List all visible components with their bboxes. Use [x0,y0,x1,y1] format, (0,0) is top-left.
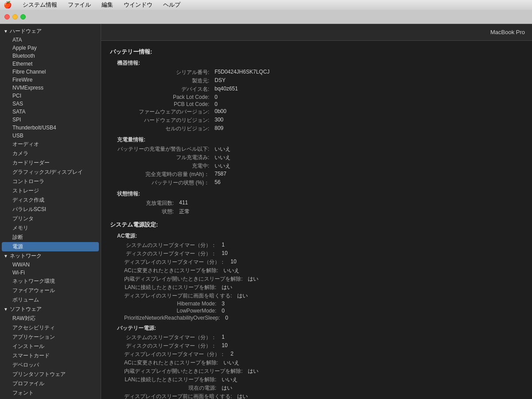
menu-window[interactable]: ウインドウ [122,1,154,9]
serial-row: シリアル番号: F5D0424JH6SK7LQCJ [117,69,523,76]
sidebar-item-storage[interactable]: ストレージ [0,186,101,196]
menu-system-info[interactable]: システム情報 [21,1,59,9]
device-info-subtitle: 機器情報: [110,59,523,67]
bat-system-sleep-label: システムのスリープタイマー（分）： [124,334,222,341]
bat-display-sleep-label: ディスプレイのスリープタイマー（分）： [124,351,231,358]
bat-disk-sleep-row: ディスクのスリープタイマー（分）： 10 [124,342,523,350]
charge-info-subtitle: 充電量情報: [110,136,523,144]
pcb-lot-row: PCB Lot Code: 0 [117,101,523,107]
sidebar-item-thunderbolt[interactable]: Thunderbolt/USB4 [0,124,101,132]
bat-wake-on-lid-row: 内蔵ディスプレイが開いたときにスリープを解除: はい [124,368,523,375]
sidebar-item-audio[interactable]: オーディオ [0,140,101,149]
sidebar-item-graphics[interactable]: グラフィックス/ディスプレイ [0,168,101,177]
sidebar-item-disk-create[interactable]: ディスク作成 [0,196,101,205]
sidebar-item-ata[interactable]: ATA [0,36,101,44]
sidebar-item-power[interactable]: 電源 [2,242,99,251]
sidebar-item-applications[interactable]: アプリケーション [0,332,101,342]
menu-file[interactable]: ファイル [66,1,93,9]
sidebar-item-pci[interactable]: PCI [0,92,101,100]
ac-wake-on-lan-label: LANに接続したときにスリープを解除: [124,284,222,291]
software-chevron: ▼ [4,307,8,312]
sidebar-item-ethernet[interactable]: Ethernet [0,60,101,68]
sidebar-item-sas[interactable]: SAS [0,100,101,108]
bat-wake-on-ac-label: ACに変更されたときにスリープを解除: [124,359,223,367]
ac-hibernate-mode-value: 3 [222,301,225,307]
manufacturer-label: 製造元: [117,77,215,85]
sidebar-item-wifi[interactable]: Wi-Fi [0,269,101,277]
sidebar-item-accessibility[interactable]: アクセシビリティ [0,323,101,332]
ac-wake-on-lid-row: 内蔵ディスプレイが開いたときにスリープを解除: はい [124,275,523,283]
maximize-button[interactable] [20,14,26,20]
titlebar [0,10,532,24]
sidebar-item-memory[interactable]: メモリ [0,223,101,233]
sidebar-item-fibre[interactable]: Fibre Channel [0,68,101,76]
menu-help[interactable]: ヘルプ [161,1,182,9]
battery-health-value: 56 [215,179,220,187]
sidebar-item-diagnostics[interactable]: 診断 [0,233,101,242]
cell-rev-row: セルのリビジョン: 809 [117,125,523,133]
manufacturer-value: DSY [215,77,226,85]
sidebar-item-printer[interactable]: プリンタ [0,214,101,223]
battery-info-title: バッテリー情報: [110,48,523,56]
ac-low-power-value: 0 [222,308,225,314]
hardware-section-header[interactable]: ▼ ハードウェア [0,27,101,36]
ac-wake-on-lan-value: はい [222,284,232,291]
ac-wake-on-lid-value: はい [248,275,258,283]
sidebar-item-firewire[interactable]: FireWire [0,76,101,84]
sidebar-item-network-env[interactable]: ネットワーク環境 [0,277,101,286]
sidebar-item-usb[interactable]: USB [0,132,101,140]
sidebar-item-raw[interactable]: RAW対応 [0,314,101,323]
charge-info-table: バッテリーの充電量が警告レベル以下: いいえ フル充電済み: いいえ 充電中: … [110,145,523,187]
device-name-label: デバイス名: [117,86,215,93]
sidebar-item-fonts[interactable]: フォント [0,388,101,398]
ac-power-table: システムのスリープタイマー（分）： 1 ディスクのスリープタイマー（分）： 10… [110,242,523,321]
sidebar-item-firewall[interactable]: ファイアウォール [0,286,101,295]
sidebar-item-volume[interactable]: ボリューム [0,295,101,305]
ac-low-power-row: LowPowerMode: 0 [124,308,523,314]
bat-wake-on-lan-label: LANに接続したときにスリープを解除: [124,376,222,383]
battery-power-label: バッテリー電源: [110,325,523,332]
sidebar-item-install[interactable]: インストール [0,342,101,351]
pack-lot-value: 0 [215,94,218,100]
sidebar-item-camera[interactable]: カメラ [0,149,101,158]
sidebar-item-nvmexpress[interactable]: NVMExpress [0,84,101,92]
menubar: 🍎 システム情報 ファイル 編集 ウインドウ ヘルプ [0,0,532,10]
network-section-header[interactable]: ▼ ネットワーク [0,251,101,261]
device-name-row: デバイス名: bq40z651 [117,86,523,93]
sidebar-item-smartcard[interactable]: スマートカード [0,351,101,360]
sidebar-item-apple-pay[interactable]: Apple Pay [0,44,101,52]
network-section-label: ネットワーク [10,252,42,260]
sidebar-item-bluetooth[interactable]: Bluetooth [0,52,101,60]
ac-prioritize-row: PrioritizeNetworkReachabilityOverSleep: … [124,315,523,321]
device-title: MacBook Pro [490,29,525,35]
battery-health-row: バッテリーの状態 (%)： 56 [117,179,523,187]
sidebar-item-controller[interactable]: コントローラ [0,177,101,186]
sidebar-item-parallel-scsi[interactable]: パラレルSCSI [0,205,101,214]
sidebar-item-spi[interactable]: SPI [0,116,101,124]
ac-disk-sleep-label: ディスクのスリープタイマー（分）： [124,250,222,258]
content-area: バッテリー情報: 機器情報: シリアル番号: F5D0424JH6SK7LQCJ… [101,41,532,399]
minimize-button[interactable] [12,14,18,20]
software-section-header[interactable]: ▼ ソフトウェア [0,305,101,314]
sidebar-item-sata[interactable]: SATA [0,108,101,116]
sidebar-item-profiles[interactable]: プロファイル [0,379,101,388]
fully-charged-row: フル充電済み: いいえ [117,154,523,161]
ac-wake-on-ac-row: ACに変更されたときにスリープを解除: いいえ [124,267,523,274]
hardware-rev-label: ハードウェアのリビジョン: [117,117,215,124]
pcb-lot-value: 0 [215,101,218,107]
apple-menu[interactable]: 🍎 [4,1,12,9]
status-info-subtitle: 状態情報: [110,190,523,198]
sidebar-item-developer[interactable]: デベロッパ [0,360,101,370]
firmware-label: ファームウェアのバージョン: [117,108,215,116]
menu-edit[interactable]: 編集 [100,1,115,9]
close-button[interactable] [4,14,10,20]
condition-label: 状態: [117,208,179,215]
firmware-value: 0b00 [215,108,227,116]
ac-prioritize-value: 0 [225,315,228,321]
bat-wake-on-lan-value: いいえ [222,376,238,383]
sidebar-item-printer-sw[interactable]: プリンタソフトウェア [0,370,101,379]
warning-level-label: バッテリーの充電量が警告レベル以下: [117,145,215,153]
sidebar-item-card-reader[interactable]: カードリーダー [0,158,101,168]
sidebar-item-wwan[interactable]: WWAN [0,261,101,269]
serial-label: シリアル番号: [117,69,215,76]
